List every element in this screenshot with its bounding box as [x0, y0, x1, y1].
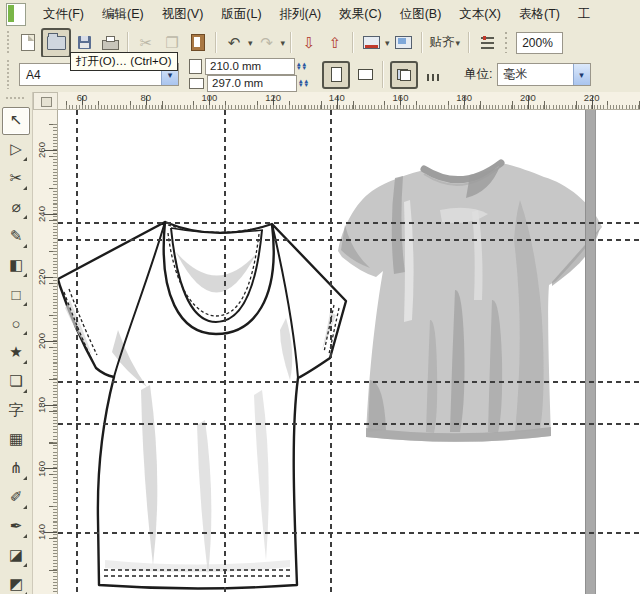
smart-fill-tool[interactable]: ◧: [2, 252, 30, 280]
toolbox-grip[interactable]: [6, 95, 26, 102]
separator: [352, 32, 354, 53]
chevron-down-icon[interactable]: ▾: [573, 64, 590, 85]
rectangle-tool[interactable]: □: [2, 281, 30, 309]
fill-tool[interactable]: ◪: [2, 542, 30, 570]
ruler-origin-box[interactable]: [33, 92, 58, 110]
crop-tool[interactable]: ✂: [2, 165, 30, 193]
export-icon: ⇧: [329, 35, 342, 50]
ellipse-tool[interactable]: ○: [2, 310, 30, 338]
chevron-down-icon[interactable]: ▾: [385, 38, 390, 48]
welcome-screen-icon: [395, 36, 412, 49]
eyedropper-tool[interactable]: ✐: [2, 484, 30, 512]
horizontal-guideline[interactable]: [58, 222, 640, 224]
ellipse-icon: ○: [11, 315, 20, 332]
spinner-icon[interactable]: ▴▾: [305, 79, 309, 88]
page-edge-bar[interactable]: [585, 110, 596, 594]
horizontal-ruler[interactable]: 6080100120140160180200220: [58, 92, 640, 110]
menu-item-9[interactable]: 表格(T): [510, 3, 569, 25]
vertical-guideline[interactable]: [330, 110, 332, 594]
menu-item-10[interactable]: 工: [569, 3, 600, 25]
horizontal-guideline[interactable]: [58, 423, 640, 425]
menu-item-3[interactable]: 视图(V): [153, 3, 213, 25]
import-icon: ⇩: [303, 35, 316, 50]
toolbar-grip[interactable]: [5, 60, 12, 89]
menu-item-2[interactable]: 编辑(E): [93, 3, 153, 25]
vertical-ruler[interactable]: 260240220200180160140: [33, 110, 58, 594]
menu-item-7[interactable]: 位图(B): [391, 3, 451, 25]
vertical-guideline[interactable]: [224, 110, 226, 594]
units-combo[interactable]: 毫米 ▾: [497, 63, 591, 86]
interactive-fill-icon: ◩: [9, 575, 23, 593]
chevron-down-icon[interactable]: ▾: [281, 38, 286, 48]
smart-fill-icon: ◧: [9, 256, 23, 274]
hruler-label: 180: [456, 92, 472, 103]
shape-tool[interactable]: ▷: [2, 136, 30, 164]
horizontal-guideline[interactable]: [58, 532, 640, 534]
basic-shapes-tool[interactable]: ❏: [2, 368, 30, 396]
welcome-screen-icon[interactable]: [391, 30, 417, 56]
application-launcher-icon[interactable]: [358, 30, 384, 56]
paper-dimensions: 210.0 mm ▴▾ ▴▾ 297.0 mm ▴▾ ▴▾: [189, 59, 308, 91]
coreldraw-window: 文件(F)编辑(E)视图(V)版面(L)排列(A)效果(C)位图(B)文本(X)…: [0, 0, 640, 594]
all-pages-icon: [397, 69, 411, 81]
polygon-tool[interactable]: ★: [2, 339, 30, 367]
all-pages-button[interactable]: [390, 61, 418, 89]
freehand-tool[interactable]: ✎: [2, 223, 30, 251]
portrait-button[interactable]: [322, 61, 350, 89]
vertical-guideline[interactable]: [76, 110, 78, 594]
separator: [290, 32, 292, 53]
paper-height-icon: [189, 78, 204, 89]
save-icon: [78, 36, 91, 49]
canvas-artwork: [58, 110, 640, 594]
current-page-icon: [427, 69, 439, 81]
undo-icon[interactable]: ↶: [221, 30, 247, 56]
table-tool[interactable]: ▦: [2, 426, 30, 454]
current-page-button[interactable]: [420, 62, 446, 88]
dimension-tool[interactable]: ⋔: [2, 455, 30, 483]
vruler-label: 240: [36, 206, 47, 222]
zoom-tool[interactable]: ⌀: [2, 194, 30, 222]
landscape-button[interactable]: [352, 62, 378, 88]
menu-item-5[interactable]: 排列(A): [271, 3, 331, 25]
fill-icon: ◪: [9, 546, 23, 564]
horizontal-guideline[interactable]: [58, 381, 640, 383]
horizontal-guideline[interactable]: [58, 239, 640, 241]
vruler-label: 140: [36, 524, 47, 540]
text-tool[interactable]: 字: [2, 397, 30, 425]
drawing-canvas[interactable]: [58, 110, 640, 594]
spinner-icon[interactable]: ▴▾: [299, 79, 303, 88]
outline-pen-tool[interactable]: ✒: [2, 513, 30, 541]
menu-item-1[interactable]: 文件(F): [34, 3, 93, 25]
chevron-down-icon[interactable]: ▾: [248, 38, 253, 48]
zoom-level-combo[interactable]: 200%: [516, 32, 563, 54]
units-label: 单位:: [464, 66, 492, 83]
interactive-fill-tool[interactable]: ◩: [2, 571, 30, 594]
hruler-label: 120: [265, 92, 281, 103]
import-icon[interactable]: ⇩: [296, 30, 322, 56]
new-document-icon[interactable]: [15, 30, 41, 56]
rectangle-icon: □: [11, 286, 20, 303]
redo-icon[interactable]: ↷: [254, 30, 280, 56]
snap-to-dropdown[interactable]: 贴齐▾: [427, 34, 465, 51]
pick-tool[interactable]: ↖: [2, 107, 30, 135]
tshirt-gray-bitmap[interactable]: [338, 163, 602, 442]
paste-icon[interactable]: [185, 30, 211, 56]
chevron-down-icon[interactable]: ▾: [456, 38, 461, 48]
menu-item-6[interactable]: 效果(C): [330, 3, 390, 25]
options-icon[interactable]: [474, 30, 500, 56]
paper-height-field[interactable]: 297.0 mm: [207, 75, 297, 92]
open-icon[interactable]: [41, 28, 71, 58]
tooltip-open: 打开(O)… (Ctrl+O): [70, 52, 178, 71]
spinner-icon[interactable]: ▴▾: [303, 62, 307, 71]
hruler-label: 140: [329, 92, 345, 103]
toolbar-grip[interactable]: [5, 31, 12, 54]
spinner-icon[interactable]: ▴▾: [297, 62, 301, 71]
export-icon[interactable]: ⇧: [322, 30, 348, 56]
menu-item-4[interactable]: 版面(L): [212, 3, 270, 25]
polygon-icon: ★: [9, 343, 22, 361]
table-icon: ▦: [9, 430, 23, 448]
menu-item-8[interactable]: 文本(X): [450, 3, 510, 25]
vruler-label: 260: [36, 142, 47, 158]
paper-width-field[interactable]: 210.0 mm: [205, 58, 295, 75]
units-value: 毫米: [498, 66, 573, 83]
